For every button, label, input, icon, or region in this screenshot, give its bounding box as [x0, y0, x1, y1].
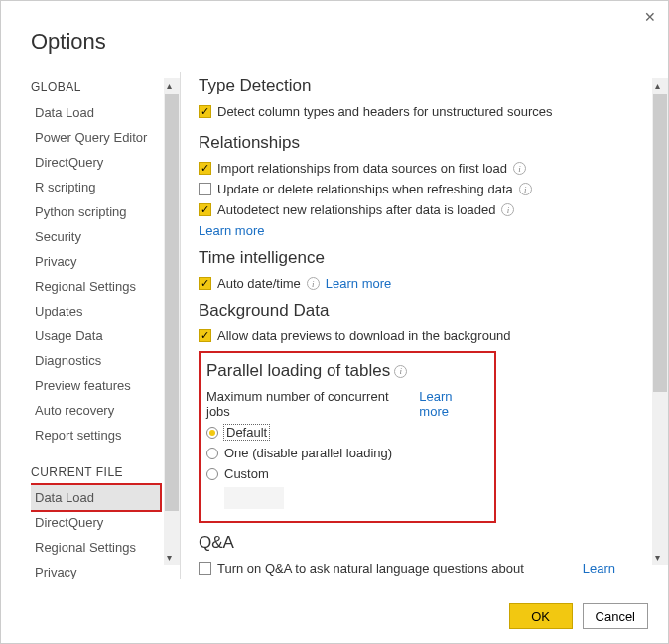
link-relationships-learn[interactable]: Learn more	[199, 223, 264, 238]
chevron-down-icon[interactable]: ▾	[167, 552, 172, 563]
checkbox-detect-types[interactable]: ✓	[199, 105, 211, 118]
sidebar-item-directquery-current[interactable]: DirectQuery	[31, 510, 160, 535]
section-background: Background Data	[199, 301, 662, 321]
dialog-title: Options	[1, 1, 668, 72]
checkbox-autodetect-rel[interactable]: ✓	[199, 203, 211, 216]
info-icon[interactable]: i	[307, 277, 320, 290]
chevron-down-icon[interactable]: ▾	[655, 552, 660, 563]
sidebar-item-regional-global[interactable]: Regional Settings	[31, 274, 160, 299]
label-import-rel: Import relationships from data sources o…	[217, 161, 507, 176]
label-concurrent-jobs: Maximum number of concurrent jobs	[206, 389, 413, 419]
close-icon[interactable]: ✕	[644, 9, 656, 25]
scrollbar-thumb[interactable]	[165, 94, 179, 511]
sidebar-item-usage-data[interactable]: Usage Data	[31, 323, 160, 348]
checkbox-import-rel[interactable]: ✓	[199, 162, 211, 175]
label-autodetect-rel: Autodetect new relationships after data …	[217, 202, 495, 217]
chevron-up-icon[interactable]: ▴	[655, 80, 660, 91]
sidebar-item-data-load-global[interactable]: Data Load	[31, 100, 160, 125]
section-parallel: Parallel loading of tables	[206, 361, 390, 381]
sidebar-item-r-scripting[interactable]: R scripting	[31, 175, 160, 199]
sidebar-item-security[interactable]: Security	[31, 224, 160, 249]
label-auto-datetime: Auto date/time	[217, 276, 301, 291]
label-radio-one: One (disable parallel loading)	[224, 446, 392, 460]
info-icon[interactable]: i	[501, 203, 514, 216]
label-radio-default: Default	[224, 425, 269, 440]
info-icon[interactable]: i	[519, 183, 532, 195]
label-radio-custom: Custom	[224, 466, 269, 481]
ok-button[interactable]: OK	[509, 603, 573, 629]
cancel-button[interactable]: Cancel	[583, 603, 648, 629]
label-detect-types: Detect column types and headers for unst…	[217, 104, 552, 119]
sidebar-header-current: CURRENT FILE	[31, 465, 180, 479]
sidebar-item-preview-features[interactable]: Preview features	[31, 373, 160, 398]
sidebar-item-privacy-current[interactable]: Privacy	[31, 560, 160, 579]
info-icon[interactable]: i	[513, 162, 526, 175]
custom-jobs-input[interactable]	[224, 487, 284, 509]
sidebar-item-power-query[interactable]: Power Query Editor	[31, 125, 160, 150]
dialog-footer: OK Cancel	[509, 603, 648, 629]
sidebar-item-report-settings[interactable]: Report settings	[31, 423, 160, 448]
main-scrollbar[interactable]: ▴ ▾	[652, 78, 668, 565]
sidebar-item-directquery-global[interactable]: DirectQuery	[31, 150, 160, 175]
info-icon[interactable]: i	[394, 365, 407, 378]
section-qna: Q&A	[199, 533, 662, 553]
checkbox-background-data[interactable]: ✓	[199, 329, 211, 342]
sidebar-item-regional-current[interactable]: Regional Settings	[31, 535, 160, 560]
section-relationships: Relationships	[199, 133, 662, 153]
label-qna: Turn on Q&A to ask natural language ques…	[217, 561, 524, 576]
sidebar-item-python-scripting[interactable]: Python scripting	[31, 199, 160, 224]
section-type-detection: Type Detection	[199, 76, 662, 96]
label-background-data: Allow data previews to download in the b…	[217, 328, 511, 343]
radio-one[interactable]	[206, 448, 218, 459]
link-time-intel-learn[interactable]: Learn more	[326, 276, 391, 291]
sidebar-header-global: GLOBAL	[31, 80, 180, 94]
checkbox-auto-datetime[interactable]: ✓	[199, 277, 211, 290]
radio-default[interactable]	[206, 427, 218, 439]
sidebar: GLOBAL Data Load Power Query Editor Dire…	[1, 72, 180, 579]
radio-custom[interactable]	[206, 468, 218, 480]
link-qna-learn[interactable]: Learn	[583, 561, 615, 576]
main-panel: Type Detection ✓ Detect column types and…	[181, 72, 668, 579]
sidebar-item-auto-recovery[interactable]: Auto recovery	[31, 398, 160, 423]
section-time-intel: Time intelligence	[199, 248, 662, 268]
sidebar-item-data-load-current[interactable]: Data Load	[31, 485, 160, 510]
label-update-rel: Update or delete relationships when refr…	[217, 182, 513, 196]
sidebar-item-diagnostics[interactable]: Diagnostics	[31, 348, 160, 373]
scrollbar-thumb[interactable]	[653, 94, 667, 392]
sidebar-item-updates[interactable]: Updates	[31, 299, 160, 323]
sidebar-item-privacy-global[interactable]: Privacy	[31, 249, 160, 274]
checkbox-update-rel[interactable]	[199, 183, 211, 195]
link-parallel-learn[interactable]: Learn more	[419, 389, 484, 419]
checkbox-qna[interactable]	[199, 562, 211, 575]
chevron-up-icon[interactable]: ▴	[167, 80, 172, 91]
highlight-parallel-loading: Parallel loading of tables i Maximum num…	[199, 351, 496, 523]
sidebar-scrollbar[interactable]: ▴ ▾	[164, 78, 180, 565]
